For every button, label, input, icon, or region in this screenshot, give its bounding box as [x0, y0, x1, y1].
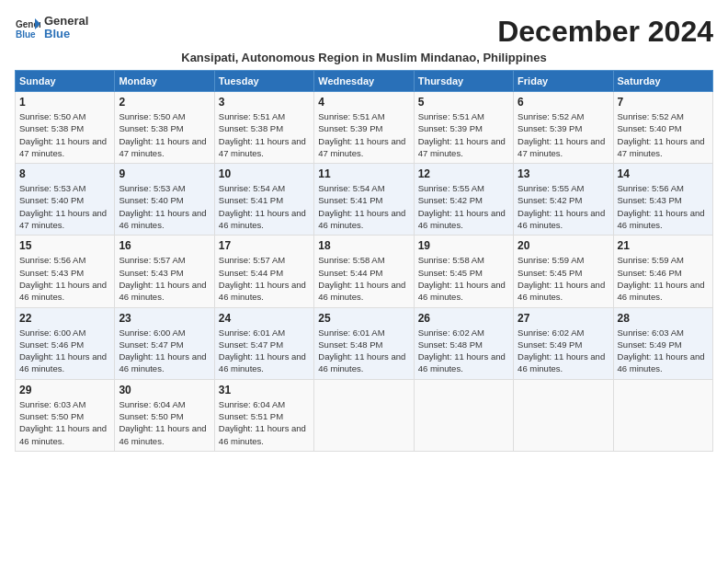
column-header-saturday: Saturday	[613, 71, 712, 92]
calendar-cell: 5 Sunrise: 5:51 AM Sunset: 5:39 PM Dayli…	[414, 92, 513, 164]
day-number: 9	[119, 167, 210, 180]
day-number: 11	[318, 167, 409, 180]
day-number: 16	[119, 239, 210, 252]
day-number: 25	[318, 312, 409, 325]
calendar-cell: 8 Sunrise: 5:53 AM Sunset: 5:40 PM Dayli…	[16, 164, 115, 236]
day-number: 20	[518, 239, 609, 252]
day-number: 12	[418, 167, 509, 180]
day-info: Sunrise: 5:50 AM Sunset: 5:38 PM Dayligh…	[119, 110, 210, 159]
calendar-cell: 20 Sunrise: 5:59 AM Sunset: 5:45 PM Dayl…	[514, 236, 613, 307]
day-info: Sunrise: 5:54 AM Sunset: 5:41 PM Dayligh…	[318, 182, 409, 231]
day-info: Sunrise: 5:57 AM Sunset: 5:43 PM Dayligh…	[119, 254, 210, 303]
calendar-cell: 23 Sunrise: 6:00 AM Sunset: 5:47 PM Dayl…	[115, 307, 214, 379]
calendar-cell: 29 Sunrise: 6:03 AM Sunset: 5:50 PM Dayl…	[16, 379, 115, 451]
calendar-cell: 14 Sunrise: 5:56 AM Sunset: 5:43 PM Dayl…	[613, 164, 712, 236]
day-info: Sunrise: 5:58 AM Sunset: 5:44 PM Dayligh…	[318, 254, 409, 303]
week-row-1: 1 Sunrise: 5:50 AM Sunset: 5:38 PM Dayli…	[16, 92, 713, 164]
calendar-cell: 12 Sunrise: 5:55 AM Sunset: 5:42 PM Dayl…	[414, 164, 513, 236]
day-number: 13	[518, 167, 609, 180]
day-info: Sunrise: 6:00 AM Sunset: 5:46 PM Dayligh…	[19, 327, 110, 375]
logo-text-line1: General	[44, 15, 88, 28]
column-header-friday: Friday	[514, 71, 613, 92]
day-number: 17	[219, 239, 310, 252]
main-title-section: December 2024	[497, 15, 713, 49]
day-number: 24	[219, 312, 310, 325]
calendar-cell	[314, 379, 414, 451]
day-info: Sunrise: 6:01 AM Sunset: 5:48 PM Dayligh…	[318, 327, 409, 375]
calendar-cell: 27 Sunrise: 6:02 AM Sunset: 5:49 PM Dayl…	[514, 307, 613, 379]
main-title: December 2024	[497, 15, 713, 49]
day-number: 10	[219, 167, 310, 180]
calendar-cell: 16 Sunrise: 5:57 AM Sunset: 5:43 PM Dayl…	[115, 236, 214, 307]
logo-text-line2: Blue	[44, 28, 88, 40]
calendar-cell: 24 Sunrise: 6:01 AM Sunset: 5:47 PM Dayl…	[214, 307, 313, 379]
day-info: Sunrise: 5:51 AM Sunset: 5:38 PM Dayligh…	[219, 110, 310, 159]
day-number: 3	[219, 96, 310, 109]
day-number: 19	[418, 239, 509, 252]
day-info: Sunrise: 5:53 AM Sunset: 5:40 PM Dayligh…	[119, 182, 210, 231]
calendar-cell: 22 Sunrise: 6:00 AM Sunset: 5:46 PM Dayl…	[16, 307, 115, 379]
day-number: 29	[19, 384, 110, 396]
day-info: Sunrise: 5:59 AM Sunset: 5:46 PM Dayligh…	[618, 254, 709, 303]
day-info: Sunrise: 5:56 AM Sunset: 5:43 PM Dayligh…	[618, 182, 709, 231]
top-row: General Blue General Blue December 2024	[15, 15, 713, 51]
calendar-header-row: SundayMondayTuesdayWednesdayThursdayFrid…	[16, 71, 713, 92]
calendar-cell: 11 Sunrise: 5:54 AM Sunset: 5:41 PM Dayl…	[314, 164, 414, 236]
calendar-cell: 17 Sunrise: 5:57 AM Sunset: 5:44 PM Dayl…	[214, 236, 313, 307]
week-row-5: 29 Sunrise: 6:03 AM Sunset: 5:50 PM Dayl…	[16, 379, 713, 451]
day-number: 28	[618, 312, 709, 325]
calendar-cell: 6 Sunrise: 5:52 AM Sunset: 5:39 PM Dayli…	[514, 92, 613, 164]
calendar-cell: 3 Sunrise: 5:51 AM Sunset: 5:38 PM Dayli…	[214, 92, 313, 164]
day-number: 4	[318, 96, 409, 109]
day-info: Sunrise: 5:50 AM Sunset: 5:38 PM Dayligh…	[19, 110, 110, 159]
calendar-cell: 25 Sunrise: 6:01 AM Sunset: 5:48 PM Dayl…	[314, 307, 414, 379]
logo-icon: General Blue	[15, 17, 40, 39]
day-info: Sunrise: 5:57 AM Sunset: 5:44 PM Dayligh…	[219, 254, 310, 303]
day-info: Sunrise: 6:00 AM Sunset: 5:47 PM Dayligh…	[119, 327, 210, 375]
day-info: Sunrise: 5:52 AM Sunset: 5:39 PM Dayligh…	[518, 110, 609, 159]
day-number: 31	[219, 384, 310, 396]
calendar-cell	[514, 379, 613, 451]
day-number: 14	[618, 167, 709, 180]
column-header-wednesday: Wednesday	[314, 71, 414, 92]
calendar-cell: 18 Sunrise: 5:58 AM Sunset: 5:44 PM Dayl…	[314, 236, 414, 307]
calendar-cell: 1 Sunrise: 5:50 AM Sunset: 5:38 PM Dayli…	[16, 92, 115, 164]
calendar-table: SundayMondayTuesdayWednesdayThursdayFrid…	[15, 70, 713, 452]
calendar-cell: 7 Sunrise: 5:52 AM Sunset: 5:40 PM Dayli…	[613, 92, 712, 164]
day-info: Sunrise: 6:01 AM Sunset: 5:47 PM Dayligh…	[219, 327, 310, 375]
day-info: Sunrise: 5:51 AM Sunset: 5:39 PM Dayligh…	[418, 110, 509, 159]
day-number: 21	[618, 239, 709, 252]
calendar-cell: 10 Sunrise: 5:54 AM Sunset: 5:41 PM Dayl…	[214, 164, 313, 236]
day-number: 7	[618, 96, 709, 109]
day-number: 26	[418, 312, 509, 325]
day-info: Sunrise: 6:03 AM Sunset: 5:49 PM Dayligh…	[618, 327, 709, 375]
day-info: Sunrise: 5:58 AM Sunset: 5:45 PM Dayligh…	[418, 254, 509, 303]
day-info: Sunrise: 6:02 AM Sunset: 5:49 PM Dayligh…	[518, 327, 609, 375]
day-number: 23	[119, 312, 210, 325]
day-number: 30	[119, 384, 210, 396]
week-row-3: 15 Sunrise: 5:56 AM Sunset: 5:43 PM Dayl…	[16, 236, 713, 307]
day-info: Sunrise: 5:53 AM Sunset: 5:40 PM Dayligh…	[19, 182, 110, 231]
calendar-cell	[613, 379, 712, 451]
column-header-tuesday: Tuesday	[214, 71, 313, 92]
day-number: 2	[119, 96, 210, 109]
day-number: 15	[19, 239, 110, 252]
day-info: Sunrise: 5:59 AM Sunset: 5:45 PM Dayligh…	[518, 254, 609, 303]
week-row-4: 22 Sunrise: 6:00 AM Sunset: 5:46 PM Dayl…	[16, 307, 713, 379]
day-info: Sunrise: 6:04 AM Sunset: 5:50 PM Dayligh…	[119, 398, 210, 447]
column-header-thursday: Thursday	[414, 71, 513, 92]
day-info: Sunrise: 5:55 AM Sunset: 5:42 PM Dayligh…	[518, 182, 609, 231]
day-number: 18	[318, 239, 409, 252]
logo: General Blue General Blue	[15, 15, 88, 41]
day-info: Sunrise: 6:02 AM Sunset: 5:48 PM Dayligh…	[418, 327, 509, 375]
calendar-cell: 19 Sunrise: 5:58 AM Sunset: 5:45 PM Dayl…	[414, 236, 513, 307]
day-number: 8	[19, 167, 110, 180]
day-info: Sunrise: 5:55 AM Sunset: 5:42 PM Dayligh…	[418, 182, 509, 231]
calendar-cell	[414, 379, 513, 451]
day-info: Sunrise: 5:51 AM Sunset: 5:39 PM Dayligh…	[318, 110, 409, 159]
calendar-cell: 28 Sunrise: 6:03 AM Sunset: 5:49 PM Dayl…	[613, 307, 712, 379]
calendar-cell: 4 Sunrise: 5:51 AM Sunset: 5:39 PM Dayli…	[314, 92, 414, 164]
day-number: 5	[418, 96, 509, 109]
calendar-cell: 26 Sunrise: 6:02 AM Sunset: 5:48 PM Dayl…	[414, 307, 513, 379]
week-row-2: 8 Sunrise: 5:53 AM Sunset: 5:40 PM Dayli…	[16, 164, 713, 236]
